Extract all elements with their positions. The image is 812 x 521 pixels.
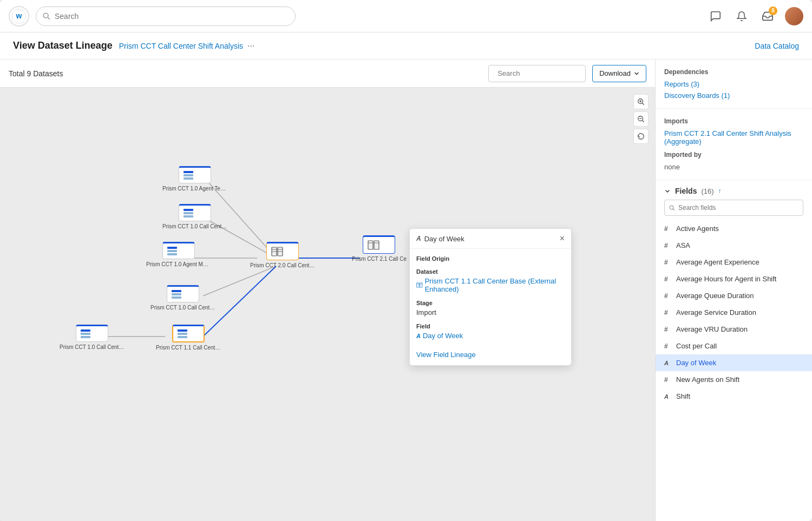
- field-item[interactable]: #Cost per Call: [656, 338, 812, 354]
- field-type-icon: #: [664, 342, 672, 350]
- popup-field-origin-section: Field Origin: [416, 255, 565, 262]
- zoom-controls: [633, 94, 649, 144]
- svg-rect-27: [374, 241, 379, 249]
- field-item[interactable]: AShift: [656, 388, 812, 405]
- page-menu-button[interactable]: ···: [247, 41, 254, 51]
- field-name: Average Hours for Agent in Shift: [676, 275, 776, 283]
- app-logo[interactable]: w: [9, 6, 29, 27]
- field-type-icon: #: [664, 225, 672, 233]
- field-search-icon: [669, 205, 675, 211]
- field-item[interactable]: #Average Hours for Agent in Shift: [656, 271, 812, 287]
- discovery-boards-link[interactable]: Discovery Boards (1): [664, 91, 730, 100]
- view-field-lineage-link[interactable]: View Field Lineage: [416, 351, 476, 359]
- total-datasets-label: Total 9 Datasets: [9, 69, 63, 78]
- svg-line-9: [642, 103, 644, 104]
- node-call-center-agents[interactable]: Prism CCT 1.0 Call Center Agents: [162, 204, 227, 229]
- search-input[interactable]: [55, 12, 289, 21]
- field-item[interactable]: #New Agents on Shift: [656, 371, 812, 388]
- field-type-icon: #: [664, 275, 672, 283]
- node-prism-2-1[interactable]: Prism CCT 2.1 Call Ce: [352, 235, 407, 262]
- popup-dataset-value[interactable]: Prism CCT 1.1 Call Center Base (External…: [416, 277, 565, 293]
- node-agent-mapping[interactable]: Prism CCT 1.0 Agent Mapping Ba: [146, 242, 211, 267]
- field-type-icon: A: [664, 360, 672, 366]
- field-search-input[interactable]: [678, 204, 798, 212]
- inbox-icon-button[interactable]: 8: [759, 8, 776, 25]
- field-type-icon: A: [664, 393, 672, 400]
- imports-link[interactable]: Prism CCT 2.1 Call Center Shift Analysis…: [664, 129, 791, 146]
- search-icon: [43, 12, 50, 20]
- page-header: View Dataset Lineage Prism CCT Call Cent…: [0, 32, 812, 60]
- bell-icon: [736, 11, 747, 22]
- popup-title-text: Day of Week: [424, 235, 464, 243]
- fields-header: Fields (16) ↑: [656, 180, 812, 200]
- canvas-search-bar[interactable]: [488, 65, 586, 82]
- chat-icon: [710, 10, 722, 22]
- reset-zoom-button[interactable]: [633, 129, 649, 144]
- field-item[interactable]: #Active Agents: [656, 220, 812, 237]
- field-item[interactable]: ADay of Week: [656, 354, 812, 371]
- global-search-bar[interactable]: [36, 6, 296, 26]
- popup-field-section: Field A Day of Week: [416, 323, 565, 340]
- field-item[interactable]: #Average VRU Duration: [656, 321, 812, 338]
- field-name: Day of Week: [676, 359, 716, 367]
- zoom-in-icon: [637, 98, 645, 105]
- popup-field-value[interactable]: A Day of Week: [416, 332, 565, 340]
- zoom-in-button[interactable]: [633, 94, 649, 109]
- data-catalog-link[interactable]: Data Catalog: [755, 42, 799, 50]
- field-popup: A Day of Week × Field Origin Dataset: [409, 228, 572, 366]
- field-name: Cost per Call: [676, 342, 717, 350]
- main-content: Total 9 Datasets Download: [0, 60, 812, 521]
- svg-line-12: [642, 120, 644, 122]
- fields-collapse-icon[interactable]: [664, 188, 671, 194]
- popup-close-button[interactable]: ×: [560, 234, 565, 243]
- field-search-bar[interactable]: [664, 200, 803, 216]
- user-avatar[interactable]: [785, 7, 803, 25]
- fields-count: (16): [701, 187, 713, 195]
- download-button[interactable]: Download: [592, 65, 646, 82]
- page-header-right: Data Catalog: [755, 42, 799, 50]
- field-item[interactable]: #ASA: [656, 237, 812, 254]
- popup-dataset-section: Dataset Prism CCT 1.1 Call Center Base (…: [416, 268, 565, 293]
- popup-stage-section: Stage Import: [416, 300, 565, 316]
- field-item[interactable]: #Average Queue Duration: [656, 287, 812, 304]
- node-agent-tenure[interactable]: Prism CCT 1.0 Agent Tenure (WD): [162, 166, 227, 192]
- reports-link[interactable]: Reports (3): [664, 80, 699, 88]
- field-type-icon: #: [664, 309, 672, 316]
- imported-by-title: Imported by: [664, 151, 803, 159]
- download-chevron-icon: [634, 71, 639, 76]
- canvas-toolbar: Total 9 Datasets Download: [0, 60, 655, 88]
- field-item[interactable]: #Average Agent Experience: [656, 254, 812, 271]
- node-blend[interactable]: Prism CCT 2.0 Call Center (Blend): [250, 242, 315, 268]
- page-subtitle-link[interactable]: Prism CCT Call Center Shift Analysis: [119, 42, 243, 50]
- popup-body: Field Origin Dataset: [410, 249, 571, 365]
- field-name: Shift: [676, 392, 690, 400]
- svg-line-3: [48, 17, 49, 19]
- node-ccb-1-1[interactable]: Prism CCT 1.1 Call Center Base (: [156, 325, 221, 351]
- zoom-out-button[interactable]: [633, 111, 649, 127]
- field-type-icon: #: [664, 376, 672, 384]
- blend-icon: [271, 247, 283, 256]
- popup-field-type-icon: A: [416, 235, 421, 242]
- nav-icon-group: 8: [707, 7, 803, 25]
- canvas-search-input[interactable]: [497, 69, 588, 77]
- node-call-center-survey[interactable]: Prism CCT 1.0 Call Center Survey: [150, 285, 215, 311]
- fields-title: Fields: [675, 187, 697, 195]
- imports-title: Imports: [664, 117, 803, 125]
- field-type-icon: #: [664, 259, 672, 266]
- fields-sort-button[interactable]: ↑: [718, 187, 722, 195]
- page-title: View Dataset Lineage: [13, 40, 113, 51]
- canvas-area: Total 9 Datasets Download: [0, 60, 655, 521]
- field-name: Average Agent Experience: [676, 258, 759, 266]
- popup-header: A Day of Week ×: [410, 229, 571, 249]
- popup-field-type: A: [416, 333, 421, 339]
- chat-icon-button[interactable]: [707, 8, 724, 25]
- inbox-badge: 8: [769, 6, 777, 15]
- field-name: ASA: [676, 241, 690, 249]
- popup-stage-value: Import: [416, 308, 565, 316]
- imports-section: Imports Prism CCT 2.1 Call Center Shift …: [656, 109, 812, 180]
- node-ccb-1-0[interactable]: Prism CCT 1.0 Call Center Base (: [60, 325, 125, 350]
- notification-icon-button[interactable]: [733, 8, 750, 25]
- field-item[interactable]: #Average Service Duration: [656, 304, 812, 321]
- svg-rect-26: [368, 241, 373, 249]
- field-name: Average Queue Duration: [676, 292, 754, 300]
